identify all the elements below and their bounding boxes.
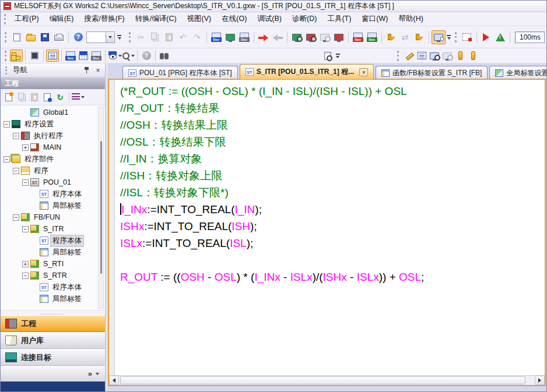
- tab-global-label-setting[interactable]: 全局标签设置 Glo...: [489, 66, 546, 79]
- outline-window-button[interactable]: [46, 50, 59, 62]
- tab-sitr-body[interactable]: S_ITR [POU_01.S_ITR_1] 程...×: [240, 64, 374, 79]
- tree-item-program-body[interactable]: 程序本体: [1, 188, 97, 200]
- tree-item-srtr[interactable]: S_RTR: [1, 270, 97, 281]
- menu-item-search-replace[interactable]: 搜索/替换(F): [79, 12, 129, 26]
- menu-item-online[interactable]: 在线(O): [216, 12, 252, 26]
- collapse-toggle[interactable]: [3, 156, 10, 163]
- redo-button[interactable]: ↷: [190, 30, 204, 44]
- collapse-toggle[interactable]: [13, 133, 19, 139]
- toolbar-overflow-button[interactable]: [446, 31, 453, 44]
- menu-item-debug[interactable]: 调试(B): [252, 12, 287, 26]
- copy-item-button[interactable]: [15, 91, 28, 104]
- paste-item-button[interactable]: [28, 91, 41, 104]
- device-memory-button[interactable]: [223, 30, 237, 44]
- monitor-stop-button[interactable]: [304, 30, 318, 44]
- step-run-button[interactable]: [384, 30, 398, 44]
- new-item-button[interactable]: [2, 91, 15, 104]
- device-test-button[interactable]: [351, 30, 365, 44]
- tree-item-srtr-local-label[interactable]: 局部标签: [1, 293, 97, 305]
- tree-item-srti[interactable]: S_RTI: [1, 258, 97, 270]
- window-select-combobox[interactable]: [86, 31, 115, 43]
- collapse-toggle[interactable]: [22, 179, 29, 186]
- expand-toggle[interactable]: [22, 144, 29, 151]
- device-batch-button[interactable]: [365, 30, 379, 44]
- watch-window1-button[interactable]: [428, 50, 441, 62]
- tree-item-local-label[interactable]: 局部标签: [1, 200, 97, 211]
- context-help-button[interactable]: ?: [140, 50, 153, 62]
- close-tab-button[interactable]: ×: [359, 68, 368, 76]
- monitor-start-button[interactable]: [290, 30, 304, 44]
- tree-scrollbar-thumb[interactable]: [100, 141, 102, 274]
- monitor-write-button[interactable]: [332, 30, 346, 44]
- dock-more-button[interactable]: »: [1, 366, 105, 382]
- dock-button-connection-target[interactable]: 连接目标: [1, 349, 105, 366]
- cut-button[interactable]: ✂: [134, 30, 148, 44]
- scrollbar-track[interactable]: [119, 376, 535, 385]
- collapse-toggle[interactable]: [3, 121, 10, 128]
- paste-button[interactable]: [162, 30, 176, 44]
- device-monitor-button[interactable]: [237, 30, 251, 44]
- device-grid-button[interactable]: [77, 50, 90, 62]
- intelligent-module-button[interactable]: [28, 50, 41, 62]
- label-doc-button[interactable]: [415, 50, 428, 62]
- device-find-button[interactable]: [64, 50, 77, 62]
- horizontal-scrollbar[interactable]: [109, 375, 545, 385]
- device-comment-button[interactable]: [209, 30, 223, 44]
- ladder-edit-button[interactable]: [460, 30, 474, 44]
- tab-fb-label-setting[interactable]: 函数/FB标签设置 S_ITR [FB]: [376, 66, 488, 79]
- tree-item-sitr-local-label[interactable]: 局部标签: [1, 246, 97, 258]
- find-zoom-button[interactable]: [122, 50, 135, 62]
- edit-mode-button[interactable]: [402, 50, 415, 62]
- menu-item-help[interactable]: 帮助(H): [393, 12, 428, 26]
- tree-item-sitr[interactable]: S_ITR: [1, 223, 97, 235]
- menu-item-convert-compile[interactable]: 转换/编译(C): [130, 12, 182, 26]
- dock-splitter[interactable]: .........: [1, 310, 105, 315]
- menu-item-project[interactable]: 工程(P): [9, 12, 44, 26]
- menu-item-window[interactable]: 窗口(W): [356, 12, 393, 26]
- tree-item-main[interactable]: MAIN: [1, 142, 97, 153]
- collapse-toggle[interactable]: [22, 273, 29, 279]
- close-panel-button[interactable]: ×: [93, 66, 103, 75]
- watch-window2-button[interactable]: [441, 50, 454, 62]
- open-project-button[interactable]: [24, 30, 38, 44]
- tree-item-fbfun[interactable]: FB/FUN: [1, 211, 97, 223]
- sort-button[interactable]: [72, 91, 85, 104]
- tree-item-program-setting[interactable]: 程序设置: [1, 118, 97, 130]
- collapse-toggle[interactable]: [13, 214, 19, 221]
- copy-button[interactable]: [148, 30, 162, 44]
- print-button[interactable]: [52, 30, 66, 44]
- zoom-page-button[interactable]: [321, 50, 334, 62]
- run-button[interactable]: [479, 30, 493, 44]
- device-display-button[interactable]: [108, 50, 122, 62]
- help-button[interactable]: ?: [71, 30, 85, 44]
- module-bar1-button[interactable]: [454, 50, 467, 62]
- tree-item-srtr-program-body[interactable]: 程序本体: [1, 281, 97, 293]
- scrollbar-thumb[interactable]: [120, 376, 525, 384]
- menu-item-tools[interactable]: 工具(T): [322, 12, 356, 26]
- tree-item-global1[interactable]: Global1: [1, 107, 97, 118]
- device-list-button[interactable]: [90, 50, 103, 62]
- toolbar-overflow-button[interactable]: [116, 31, 123, 44]
- scroll-right-button[interactable]: [535, 376, 545, 385]
- step-break-button[interactable]: [412, 30, 426, 44]
- tree-item-exec-program[interactable]: 执行程序: [1, 130, 97, 142]
- refresh-button[interactable]: ↻: [54, 91, 66, 104]
- save-project-button[interactable]: [38, 30, 52, 44]
- dock-button-project[interactable]: 工程: [1, 315, 105, 332]
- tree-item-sitr-program-body[interactable]: 程序本体: [1, 235, 97, 246]
- scan-time-box[interactable]: 100ms: [515, 31, 545, 43]
- collapse-toggle[interactable]: [22, 226, 29, 232]
- write-to-plc-button[interactable]: [257, 30, 271, 44]
- st-code-editor[interactable]: (*R_OUT := ((OSH - OSL) * (I_IN - ISL)/(…: [115, 80, 545, 375]
- scroll-left-button[interactable]: [109, 376, 119, 385]
- monitor-pause-button[interactable]: [318, 30, 332, 44]
- menu-item-diagnostics[interactable]: 诊断(D): [287, 12, 322, 26]
- expand-toggle[interactable]: [22, 261, 29, 267]
- error-check-button[interactable]: [493, 30, 507, 44]
- combobox-dropdown-button[interactable]: [106, 32, 114, 43]
- step-skip-button[interactable]: ⇄: [398, 30, 412, 44]
- collapse-toggle[interactable]: [13, 168, 19, 174]
- dock-button-user-library[interactable]: 用户库: [1, 332, 105, 349]
- property-button[interactable]: [41, 91, 54, 104]
- menu-item-view[interactable]: 视图(V): [182, 12, 217, 26]
